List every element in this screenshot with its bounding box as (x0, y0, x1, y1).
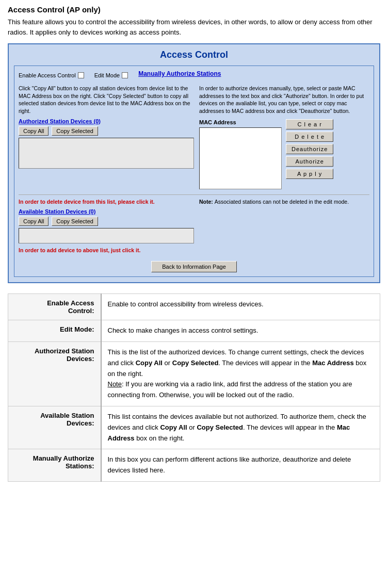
manually-label: Manually AuthorizeStations: (33, 454, 94, 470)
right-column: In order to authorize devices manually, … (199, 85, 369, 190)
available-label: Available StationDevices: (40, 412, 94, 427)
left-bottom-col: In order to delete device from this list… (19, 198, 194, 257)
available-device-list (19, 228, 194, 243)
label-cell-enable: Enable AccessControl: (8, 294, 101, 320)
authorized-label: Authorized StationDevices: (35, 347, 94, 363)
available-copy-buttons: Copy All Copy Selected (19, 217, 194, 226)
panel-inner: Enable Access Control Edit Mode Manually… (14, 66, 374, 277)
table-row: Available StationDevices: This list cont… (8, 406, 380, 449)
authorized-copy-all-button[interactable]: Copy All (19, 126, 48, 136)
mac-buttons-group: C l e a r D e l e t e Deauthorize Author… (286, 119, 333, 190)
back-button-row: Back to Information Page (19, 261, 369, 272)
authorized-copy-selected-button[interactable]: Copy Selected (52, 126, 98, 136)
authorized-copy-buttons: Copy All Copy Selected (19, 126, 194, 136)
add-instruction: In order to add device to above list, ju… (19, 247, 194, 254)
authorized-value-text: This is the list of the authorized devic… (108, 348, 367, 399)
label-cell-edit: Edit Mode: (8, 320, 101, 342)
page-title: Access Control (AP only) (8, 5, 380, 14)
access-control-panel: Access Control Enable Access Control Edi… (8, 43, 380, 283)
authorized-devices-title: Authorized Station Devices (0) (19, 118, 194, 124)
mac-address-area: MAC Address (199, 119, 282, 190)
note-strong: Note: (199, 199, 215, 205)
value-cell-available: This list contains the devices available… (101, 406, 380, 449)
available-devices-title: Available Station Devices (0) (19, 208, 194, 215)
enable-access-control-checkbox[interactable] (78, 72, 84, 78)
mac-address-input[interactable] (199, 127, 282, 189)
left-column: Click "Copy All" button to copy all stat… (19, 85, 194, 190)
copy-selected-bold: Copy Selected (172, 359, 219, 367)
available-copy-all-button[interactable]: Copy All (19, 217, 48, 226)
apply-button[interactable]: A p p l y (286, 169, 333, 179)
instruction-authorized-text: Click "Copy All" button to copy all stat… (19, 85, 194, 115)
delete-button[interactable]: D e l e t e (286, 132, 333, 142)
value-cell-edit: Check to make changes in access control … (101, 320, 380, 342)
delete-instruction: In order to delete device from this list… (19, 198, 194, 206)
edit-mode-checkbox[interactable] (122, 72, 128, 78)
copy-selected-bold2: Copy Selected (197, 423, 243, 431)
clear-button[interactable]: C l e a r (286, 119, 333, 129)
label-cell-authorized: Authorized StationDevices: (8, 341, 101, 406)
value-cell-enable: Enable to control accessibility from wir… (101, 294, 380, 320)
label-cell-available: Available StationDevices: (8, 406, 101, 449)
note-underline: Note (108, 380, 122, 388)
manually-authorize-title: Manually Authorize Stations (138, 70, 221, 77)
back-to-info-button[interactable]: Back to Information Page (151, 261, 237, 272)
manually-authorize-desc: In order to authorize devices manually, … (199, 85, 369, 115)
enable-value: Enable to control accessibility from wir… (108, 300, 264, 308)
panel-top-row: Click "Copy All" button to copy all stat… (19, 85, 369, 190)
copy-all-bold2: Copy All (160, 423, 187, 431)
value-cell-authorized: This is the list of the authorized devic… (101, 341, 380, 406)
edit-mode-text: Edit Mode (94, 72, 120, 78)
intro-text: This feature allows you to control the a… (8, 17, 380, 37)
enable-edit-row: Enable Access Control Edit Mode Manually… (19, 70, 369, 80)
deauthorize-button[interactable]: Deauthorize (286, 144, 333, 154)
edit-mode-label[interactable]: Edit Mode (94, 72, 128, 78)
associated-note: Note: Associated stations can not be del… (199, 198, 369, 206)
copy-all-bold: Copy All (136, 359, 163, 367)
available-copy-selected-button[interactable]: Copy Selected (52, 217, 98, 226)
panel-title: Access Control (14, 50, 374, 60)
authorize-button[interactable]: Authorize (286, 156, 333, 167)
mac-address-section: MAC Address C l e a r D e l e t e Deauth… (199, 119, 369, 190)
available-value-text: This list contains the devices available… (108, 413, 366, 442)
table-row: Enable AccessControl: Enable to control … (8, 294, 380, 320)
table-row: Authorized StationDevices: This is the l… (8, 341, 380, 406)
enable-access-control-label[interactable]: Enable Access Control (19, 72, 84, 78)
right-bottom-col: Note: Associated stations can not be del… (199, 198, 369, 257)
edit-mode-label-desc: Edit Mode: (60, 325, 94, 333)
page-wrapper: Access Control (AP only) This feature al… (0, 0, 388, 492)
label-cell-manually: Manually AuthorizeStations: (8, 449, 101, 482)
mac-address-label: MAC Address (199, 119, 282, 125)
authorized-device-list (19, 138, 194, 169)
description-table-body: Enable AccessControl: Enable to control … (8, 294, 380, 482)
description-table: Enable AccessControl: Enable to control … (8, 293, 380, 482)
panel-middle-row: In order to delete device from this list… (19, 194, 369, 257)
table-row: Edit Mode: Check to make changes in acce… (8, 320, 380, 342)
enable-label: Enable AccessControl: (47, 299, 94, 315)
edit-mode-value: Check to make changes in access control … (108, 326, 258, 334)
value-cell-manually: In this box you can perform different ac… (101, 449, 380, 482)
note-text: Associated stations can not be deleted i… (215, 199, 349, 205)
mac-address-bold: Mac Address (312, 359, 353, 367)
enable-access-control-text: Enable Access Control (19, 72, 76, 78)
manually-value-text: In this box you can perform different ac… (108, 455, 351, 474)
table-row: Manually AuthorizeStations: In this box … (8, 449, 380, 482)
